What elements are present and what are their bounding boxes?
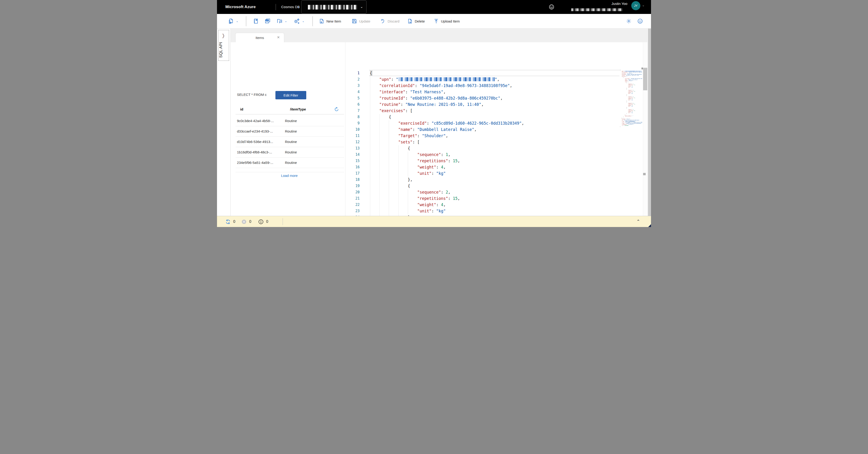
tab-items[interactable]: Items ✕: [235, 33, 284, 42]
tab-strip: Items ✕: [231, 29, 647, 42]
line-number: 14: [345, 151, 360, 158]
edit-filter-button[interactable]: Edit Filter: [275, 91, 306, 100]
account-selector[interactable]: ⌄: [301, 0, 367, 14]
row-id: d10d74b6-536e-4913...: [237, 140, 273, 144]
code-line: "exerciseId": "c85cd89d-1d60-4622-965c-0…: [370, 120, 619, 126]
browse-query-button[interactable]: ⌄: [277, 14, 287, 28]
line-number: 7: [345, 108, 360, 114]
code-line: "Target": "Shoulder",: [370, 133, 619, 139]
line-number: 12: [345, 139, 360, 145]
azure-brand: Microsoft Azure: [225, 0, 256, 14]
folder-search-icon: [277, 18, 283, 24]
new-item-icon: [319, 18, 324, 24]
document-editor[interactable]: 123456789101112131415161718192021222324 …: [345, 42, 651, 216]
close-icon[interactable]: ✕: [277, 35, 280, 39]
breadcrumb-product[interactable]: Cosmos DB: [281, 0, 300, 14]
line-number: 2: [345, 76, 360, 83]
notifications-counter[interactable]: 0: [225, 216, 235, 227]
new-item-button[interactable]: New Item: [319, 14, 341, 28]
line-number: 6: [345, 102, 360, 108]
redacted-account-name: [308, 5, 357, 9]
line-number: 23: [345, 208, 360, 214]
errors-counter[interactable]: 0: [241, 216, 251, 227]
code-line: "interface": "Test Harness",: [370, 89, 619, 95]
row-id: 234e5f96-5a51-4a59-...: [237, 161, 273, 165]
code-line: },: [370, 177, 619, 183]
load-more-link[interactable]: Load more: [266, 174, 312, 177]
code-line: "weight": 4,: [370, 202, 619, 208]
update-button[interactable]: Update: [352, 14, 370, 28]
upload-item-button[interactable]: Upload Item: [434, 14, 460, 28]
info-circle-icon: [258, 219, 264, 224]
info-counter[interactable]: 0: [258, 216, 268, 227]
chevron-down-icon: ⌄: [302, 20, 304, 23]
scrollbar-thumb[interactable]: [643, 68, 648, 90]
page-scrollbar[interactable]: [648, 29, 651, 216]
topbar-divider: [276, 4, 276, 10]
code-line: {: [370, 70, 619, 76]
line-number: 11: [345, 133, 360, 139]
delete-button[interactable]: Delete: [407, 14, 425, 28]
code-line: "routine": "New Routine: 2021-05-10, 11:…: [370, 102, 619, 108]
sql-api-expand-tab[interactable]: ❯ SQL API: [218, 30, 229, 61]
user-name[interactable]: Justin Yoo: [588, 2, 627, 6]
gears-plus-icon: [293, 18, 300, 24]
row-divider: [236, 172, 344, 172]
error-circle-icon: [241, 219, 247, 224]
chevron-down-icon: ⌄: [236, 20, 238, 23]
stored-procedures-button[interactable]: ⌄: [293, 14, 304, 28]
notification-bar: 0 0 0 ⌃: [217, 216, 651, 227]
code-line: "correlationId": "94e5da6f-19ad-49e8-967…: [370, 83, 619, 89]
new-database-button[interactable]: ⌄: [228, 14, 238, 28]
code-line: "repetitions": 15,: [370, 158, 619, 164]
avatar[interactable]: JY: [631, 1, 640, 10]
save-icon: [352, 18, 357, 24]
update-label: Update: [359, 19, 370, 23]
row-item-type: Routine: [285, 150, 297, 154]
chevron-down-icon: ⌄: [285, 20, 287, 23]
code-line: {: [370, 145, 619, 151]
line-number: 9: [345, 120, 360, 126]
line-number: 19: [345, 183, 360, 189]
chevron-down-icon[interactable]: ⌄: [642, 3, 645, 7]
code-line: }: [620, 126, 642, 127]
new-container-button[interactable]: [265, 14, 271, 28]
table-row[interactable]: d10d74b6-536e-4913...Routine: [231, 137, 345, 147]
toolbar-divider: [312, 16, 313, 26]
top-bar: Microsoft Azure Cosmos DB › ⌄ Justin Yoo…: [217, 0, 651, 14]
open-notebook-button[interactable]: [253, 14, 259, 28]
code-line: "name": "Dumbbell Lateral Raise",: [370, 126, 619, 133]
overview-ruler-marker: [643, 173, 646, 175]
refresh-icon[interactable]: [334, 107, 339, 112]
delete-label: Delete: [415, 19, 425, 23]
line-number: 1: [345, 70, 360, 76]
row-item-type: Routine: [285, 161, 297, 165]
discard-button[interactable]: Discard: [380, 14, 399, 28]
minimap[interactable]: { "upn": "", "correlationId": "94e5da6f-…: [620, 69, 642, 167]
table-row[interactable]: 1b16df0d-4f68-48c3-...Routine: [231, 147, 345, 158]
feedback-smiley-icon[interactable]: [549, 4, 554, 10]
delete-item-icon: [407, 18, 413, 24]
column-header-id[interactable]: id: [240, 107, 243, 111]
table-row[interactable]: d33ccaef-e234-4193-...Routine: [231, 126, 345, 137]
line-number: 4: [345, 89, 360, 95]
line-number: 3: [345, 83, 360, 89]
code-line: "upn": "",: [370, 76, 619, 83]
settings-gear-icon[interactable]: [626, 18, 631, 24]
column-header-itemtype[interactable]: /itemType: [290, 107, 306, 111]
feedback-smiley-icon[interactable]: [637, 18, 643, 24]
tab-items-label: Items: [255, 36, 264, 40]
line-number: 5: [345, 95, 360, 102]
upload-item-label: Upload Item: [441, 19, 460, 23]
chevron-up-icon[interactable]: ⌃: [637, 219, 643, 224]
line-number: 10: [345, 126, 360, 133]
table-row[interactable]: 234e5f96-5a51-4a59-...Routine: [231, 158, 345, 168]
table-row[interactable]: 9c0c3de4-42a4-4b58-...Routine: [231, 116, 345, 126]
line-number: 21: [345, 195, 360, 202]
code-line: {: [370, 114, 619, 120]
line-number: 22: [345, 202, 360, 208]
sync-icon: [225, 219, 231, 224]
editor-scrollbar[interactable]: [643, 42, 648, 216]
line-number: 16: [345, 164, 360, 170]
code-line: {: [370, 183, 619, 189]
